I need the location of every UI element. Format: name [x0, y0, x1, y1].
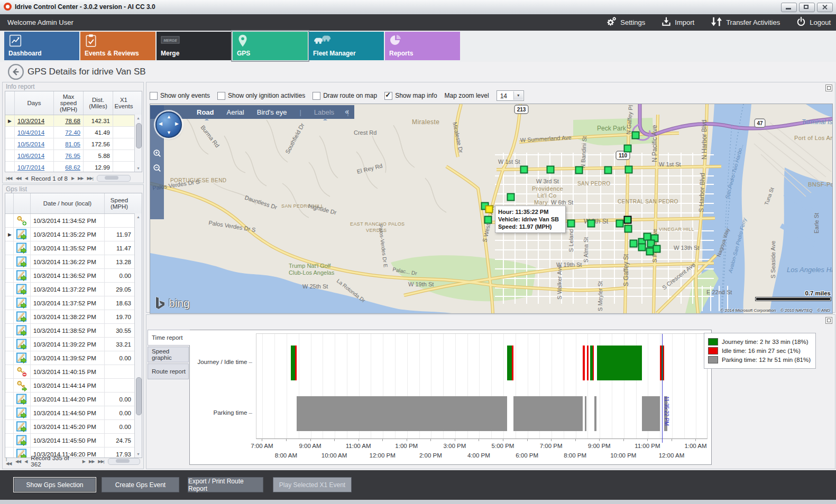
info-report-row[interactable]: ▶10/3/201478.68142.31	[5, 115, 142, 127]
gps-marker-active[interactable]	[486, 206, 493, 213]
gps-marker[interactable]	[626, 166, 632, 173]
pager-first-button[interactable]: |◀◀	[6, 176, 12, 181]
gps-marker[interactable]	[644, 234, 651, 240]
scroll-thumb[interactable]	[136, 377, 142, 415]
gps-marker[interactable]	[654, 246, 660, 253]
transfer-activities-button[interactable]: Transfer Activities	[710, 16, 780, 29]
horizontal-scrollbar[interactable]	[97, 175, 131, 182]
maximize-button[interactable]	[799, 3, 815, 12]
days-column-header[interactable]: Days	[15, 91, 54, 115]
tab-time-report[interactable]: Time report	[148, 330, 190, 346]
collapse-chart-panel-button[interactable]	[825, 317, 832, 324]
checkbox-show-map-info[interactable]: Show map info	[384, 92, 437, 100]
max-speed-cell[interactable]: 81.05	[54, 138, 84, 150]
gps-list-row[interactable]: 10/3/2014 11:35:52 PM11.47	[5, 241, 142, 255]
info-report-scrollbar[interactable]: ▲ ▼	[134, 115, 142, 172]
scroll-up-icon[interactable]: ▲	[135, 213, 142, 220]
max-speed-cell[interactable]: 76.95	[54, 150, 84, 161]
info-report-row[interactable]: 10/7/201468.6212.99	[5, 162, 142, 172]
pan-down-icon[interactable]: ▼	[167, 130, 171, 135]
gps-marker[interactable]	[568, 220, 575, 227]
gps-marker[interactable]	[588, 220, 595, 227]
pager-prev-page-button[interactable]: ◀◀	[15, 176, 21, 181]
gps-list-row[interactable]: 10/3/2014 11:36:22 PM13.28	[5, 255, 142, 269]
gps-list-row[interactable]: 10/3/2014 11:45:50 PM24.75	[5, 434, 142, 447]
gps-list-row[interactable]: 10/3/2014 11:38:52 PM30.55	[5, 324, 142, 338]
max-speed-cell[interactable]: 68.62	[54, 162, 84, 172]
pan-up-icon[interactable]: ▲	[167, 114, 171, 119]
day-cell[interactable]: 10/4/2014	[15, 127, 54, 138]
gps-list-row[interactable]: 10/3/2014 11:45:20 PM0.00	[5, 420, 142, 434]
collapse-map-nav-button[interactable]: «	[345, 107, 349, 116]
gps-list-row[interactable]: 10/3/2014 11:39:52 PM0.00	[5, 351, 142, 365]
pan-left-icon[interactable]: ◀	[159, 121, 162, 126]
pager-prev-page-button[interactable]: ◀◀	[15, 459, 21, 464]
gps-marker[interactable]	[624, 145, 631, 152]
pager-first-button[interactable]: |◀◀	[6, 456, 12, 466]
nav-tile-gps[interactable]: GPS	[233, 32, 308, 60]
gps-marker[interactable]	[547, 166, 554, 173]
gps-list-scrollbar[interactable]: ▲ ▼	[134, 213, 142, 458]
gps-marker[interactable]	[647, 248, 654, 255]
date-hour-column-header[interactable]: Date / hour (local)	[31, 193, 105, 213]
gps-marker[interactable]	[508, 194, 515, 201]
info-report-row[interactable]: 10/4/201472.4041.49	[5, 127, 142, 138]
pager-last-button[interactable]: ▶▶|	[87, 176, 93, 181]
time-cursor[interactable]	[662, 334, 663, 443]
pager-next-page-button[interactable]: ▶▶	[89, 459, 94, 464]
day-cell[interactable]: 10/3/2014	[15, 115, 54, 126]
close-button[interactable]	[817, 3, 833, 12]
gps-marker[interactable]	[617, 220, 623, 227]
map-mode-aerial[interactable]: Aerial	[227, 108, 244, 116]
zoom-in-button[interactable]	[152, 148, 162, 160]
max-speed-cell[interactable]: 78.68	[54, 115, 84, 126]
map-mode-road[interactable]: Road	[197, 108, 214, 116]
back-button[interactable]	[7, 63, 24, 82]
pager-next-page-button[interactable]: ▶▶	[78, 176, 83, 181]
checkbox-draw-route-on-map[interactable]: Draw route on map	[313, 92, 377, 100]
gps-marker[interactable]	[576, 167, 583, 174]
show-gps-selection-button[interactable]: Show Gps Selection	[13, 477, 96, 492]
checkbox-box[interactable]	[313, 92, 320, 100]
gps-marker[interactable]	[632, 132, 639, 139]
pager-last-button[interactable]: ▶▶|	[98, 459, 104, 464]
scroll-down-icon[interactable]: ▼	[135, 165, 142, 172]
map-mode-bird-s-eye[interactable]: Bird's eye	[257, 108, 287, 116]
gps-list-row[interactable]: 10/3/2014 11:34:52 PM	[5, 214, 142, 228]
tab-speed-graphic[interactable]: Speed graphic	[148, 347, 189, 362]
gps-list-row[interactable]: 10/3/2014 11:39:22 PM33.21	[5, 338, 142, 351]
checkbox-box[interactable]	[217, 92, 225, 100]
day-cell[interactable]: 10/5/2014	[15, 138, 54, 150]
minimize-button[interactable]	[781, 3, 797, 12]
gps-marker-selected[interactable]	[624, 217, 631, 223]
gps-list-row[interactable]: 10/3/2014 11:44:14 PM	[5, 379, 142, 393]
speed-column-header[interactable]: Speed (MPH)	[105, 193, 134, 213]
zoom-out-button[interactable]	[152, 163, 162, 174]
x1-events-column-header[interactable]: X1 Events	[113, 91, 134, 115]
gps-marker[interactable]	[521, 166, 528, 173]
gps-list-row[interactable]: 10/3/2014 11:40:15 PM	[5, 365, 142, 379]
nav-tile-fleet-manager[interactable]: Fleet Manager	[309, 32, 384, 60]
max-speed-cell[interactable]: 72.40	[54, 127, 84, 138]
gps-list-row[interactable]: 10/3/2014 11:44:50 PM0.00	[5, 406, 142, 420]
scroll-thumb[interactable]	[136, 123, 142, 148]
nav-tile-events-reviews[interactable]: Events & Reviews	[80, 32, 155, 60]
horizontal-scrollbar[interactable]	[108, 458, 140, 465]
bing-map[interactable]: MiralesteCrest RdBurma RdSouthfield DrMi…	[150, 104, 833, 314]
map-pan-compass[interactable]: ▲ ▼ ◀ ▶	[155, 111, 182, 138]
checkbox-show-only-ignition-activities[interactable]: Show only ignition activities	[217, 92, 305, 100]
checkbox-box[interactable]	[150, 92, 158, 100]
pager-next-button[interactable]: ▶	[82, 459, 85, 464]
dropdown-arrow-icon[interactable]: ▼	[513, 91, 523, 100]
pager-prev-button[interactable]: ◀	[25, 176, 27, 181]
max-speed-column-header[interactable]: Max speed (MPH)	[54, 91, 84, 115]
dist-column-header[interactable]: Dist. (Miles)	[84, 91, 113, 115]
gps-marker[interactable]	[639, 244, 646, 251]
gps-marker[interactable]	[485, 217, 492, 223]
gps-marker[interactable]	[630, 240, 637, 247]
info-report-row[interactable]: 10/5/201481.05172.56	[5, 138, 142, 150]
gps-list-row[interactable]: 10/3/2014 11:38:22 PM19.70	[5, 310, 142, 324]
create-gps-event-button[interactable]: Create Gps Event	[102, 477, 179, 492]
window-titlebar[interactable]: Idrive Control Center - 3.0.2 version - …	[0, 0, 836, 15]
nav-tile-merge[interactable]: MERGEMerge	[157, 32, 232, 60]
